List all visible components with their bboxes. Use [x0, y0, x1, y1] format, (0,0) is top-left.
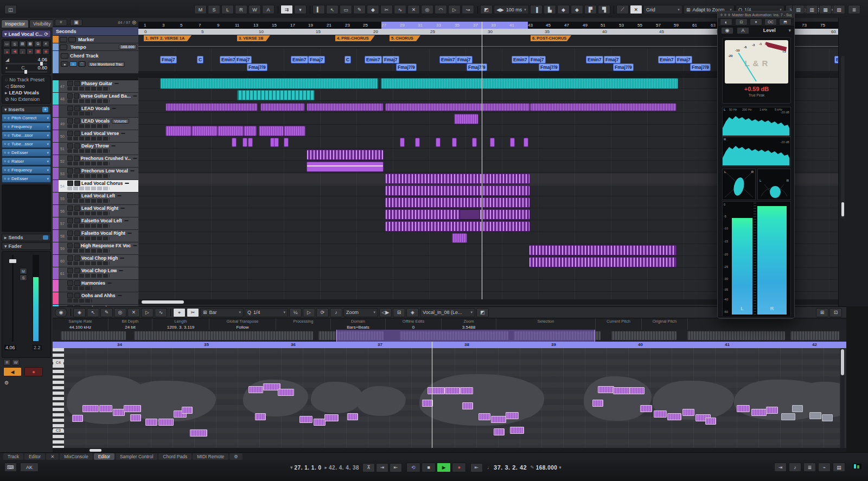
- audio-event[interactable]: [436, 138, 441, 147]
- transport-right-icon[interactable]: ♪: [789, 463, 801, 472]
- punch-icon[interactable]: ⊼: [362, 463, 375, 472]
- automation-button[interactable]: S: [208, 5, 220, 14]
- mute-button[interactable]: [67, 243, 73, 248]
- info-cell[interactable]: Original Pitch: [642, 318, 688, 330]
- solo-button[interactable]: [74, 181, 80, 186]
- mute-button[interactable]: [67, 193, 73, 198]
- piano-keyboard[interactable]: C4C3: [53, 348, 65, 448]
- solo-button[interactable]: [74, 293, 80, 298]
- track-extra-label[interactable]: [125, 183, 129, 184]
- plugin-tool-icon[interactable]: ⬒: [779, 18, 792, 25]
- insert-bypass-icon[interactable]: ≡: [4, 177, 6, 181]
- track-control-button[interactable]: ▸: [27, 48, 34, 55]
- variaudio-segment[interactable]: [654, 411, 667, 418]
- track-button-row[interactable]: [67, 187, 110, 190]
- snap-type-select[interactable]: Grid▾: [643, 5, 682, 14]
- insert-bypass-icon[interactable]: ≡: [4, 159, 6, 163]
- info-cell[interactable]: Selection: [496, 318, 596, 330]
- insert-slot[interactable]: ≡ e Frequency ▾: [2, 166, 51, 174]
- track-control-button[interactable]: ⧉: [34, 41, 41, 47]
- variaudio-segment[interactable]: [190, 429, 207, 437]
- insert-edit-icon[interactable]: e: [8, 177, 10, 181]
- channel-fader[interactable]: [12, 255, 14, 342]
- track-row[interactable]: 53 Prechorus Low Vocal: [53, 168, 138, 180]
- insert-dropdown-icon[interactable]: ▾: [47, 159, 49, 164]
- audio-event[interactable]: [307, 150, 384, 160]
- track-button-row[interactable]: [67, 199, 110, 203]
- mute-button[interactable]: [67, 156, 73, 161]
- solo-button[interactable]: S: [20, 274, 27, 281]
- editor-zoom-select[interactable]: Zoom▾: [343, 308, 378, 317]
- record-enable-button[interactable]: ●: [24, 367, 43, 376]
- variaudio-segment[interactable]: [792, 405, 803, 412]
- editor-range-icon[interactable]: ⊟: [393, 308, 405, 317]
- snap-icon[interactable]: ✕: [630, 5, 642, 14]
- chord-event[interactable]: Fmaj7: [675, 56, 692, 63]
- solo-button[interactable]: [74, 280, 80, 286]
- audio-event[interactable]: [459, 209, 480, 220]
- audio-event[interactable]: [242, 138, 247, 147]
- nudge-button[interactable]: ▜: [598, 5, 610, 14]
- insert-edit-icon[interactable]: e: [8, 142, 10, 146]
- chord-event[interactable]: Emin7: [834, 56, 838, 63]
- variaudio-segment[interactable]: [491, 416, 506, 423]
- track-extra-label[interactable]: Volume: [112, 119, 129, 124]
- scrollbar-handle[interactable]: [90, 449, 101, 452]
- variaudio-segment[interactable]: [751, 409, 767, 416]
- mute-button[interactable]: [67, 255, 73, 261]
- automation-button[interactable]: L: [221, 5, 234, 14]
- lower-zone-tab[interactable]: MIDI Remote: [193, 453, 228, 460]
- variaudio-segment[interactable]: [72, 415, 83, 422]
- track-extra-label[interactable]: [124, 220, 129, 221]
- track-extra-label[interactable]: [133, 158, 137, 159]
- info-cell[interactable]: Processing: [276, 318, 331, 330]
- lower-zone-tab[interactable]: Sampler Control: [116, 453, 157, 460]
- mute-button[interactable]: [67, 93, 73, 99]
- scrollbar-handle[interactable]: [841, 349, 844, 375]
- vertical-scrollbar[interactable]: [841, 56, 845, 219]
- variaudio-segment[interactable]: [462, 402, 473, 409]
- chord-event[interactable]: Fmaj7: [235, 56, 252, 63]
- track-row[interactable]: 59 High Response FX Vocal: [53, 242, 138, 255]
- audio-event[interactable]: [385, 103, 530, 111]
- audio-event[interactable]: [385, 209, 530, 220]
- track-button-row[interactable]: [67, 174, 110, 178]
- editor-quantize-select[interactable]: Q1/4▾: [245, 308, 288, 317]
- track-row[interactable]: 56 Lead Vocal Right: [53, 205, 138, 217]
- insert-bypass-icon[interactable]: ≡: [4, 133, 6, 137]
- editor-vertical-scrollbar[interactable]: [840, 348, 845, 448]
- editor-mid-icon[interactable]: ♪: [330, 308, 342, 317]
- tool-icon[interactable]: ∿: [394, 5, 406, 14]
- variaudio-segment[interactable]: [347, 413, 358, 420]
- vertical-scrollbar-handle[interactable]: [841, 202, 844, 216]
- variaudio-segment[interactable]: [494, 428, 505, 435]
- insert-slot[interactable]: ≡ e Pitch Correct ▾: [2, 114, 51, 122]
- extension-row[interactable]: ⊘No Extension: [3, 96, 50, 102]
- mute-button[interactable]: M: [20, 268, 27, 274]
- tool-icon[interactable]: ▭: [340, 5, 352, 14]
- variaudio-segment[interactable]: [255, 413, 266, 420]
- insert-dropdown-icon[interactable]: ▾: [47, 168, 49, 172]
- tool-icon[interactable]: ◎: [421, 5, 433, 14]
- tool-icon[interactable]: ↖: [326, 5, 339, 14]
- output-routing-row[interactable]: ◁Stereo: [3, 83, 50, 89]
- track-button-row[interactable]: [67, 87, 110, 91]
- info-cell[interactable]: Length 1209. 3. 3.119: [152, 318, 209, 330]
- chord-event[interactable]: Fmaj7/9: [247, 63, 267, 71]
- variaudio-segment[interactable]: [667, 413, 681, 420]
- insert-dropdown-icon[interactable]: ▾: [47, 142, 49, 146]
- module-a-button[interactable]: A: [737, 27, 749, 34]
- chord-event[interactable]: C: [344, 56, 351, 63]
- audio-event[interactable]: [385, 185, 530, 196]
- module-select[interactable]: Level: [763, 28, 776, 33]
- mute-button[interactable]: [67, 268, 73, 273]
- info-cell[interactable]: Bit Depth 24 bit: [108, 318, 152, 330]
- chord-event[interactable]: Fmaj7: [529, 56, 546, 63]
- editor-overview[interactable]: [53, 330, 846, 342]
- folder-row[interactable]: ▸LEAD Vocals: [3, 89, 50, 96]
- pan-slider[interactable]: [5, 71, 47, 73]
- keyboard-focus-icon[interactable]: ⌨: [4, 463, 17, 472]
- tool-icon[interactable]: ▍: [312, 5, 325, 14]
- mute-button[interactable]: [67, 143, 73, 149]
- chord-event[interactable]: Emin7: [658, 56, 675, 63]
